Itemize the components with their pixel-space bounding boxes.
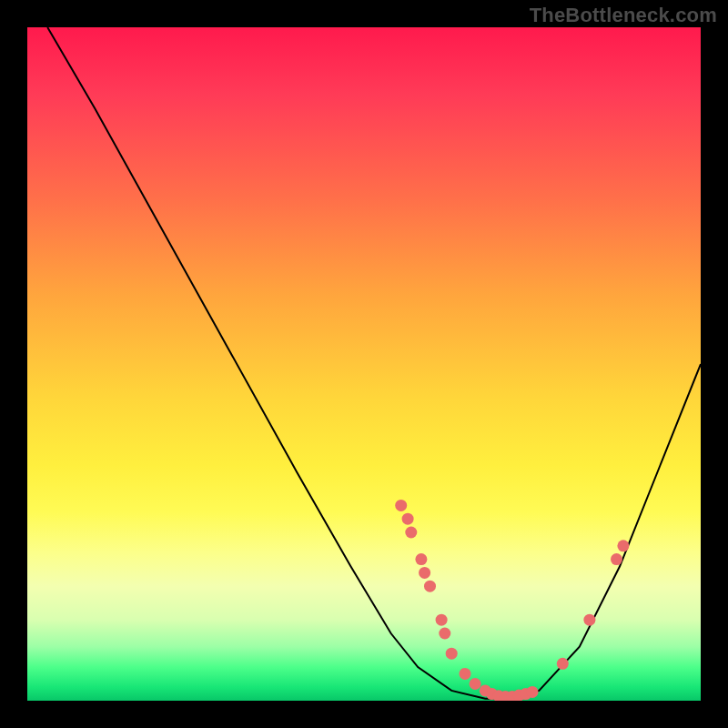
highlight-dot	[446, 648, 458, 660]
highlight-dot	[405, 527, 417, 539]
highlight-dot	[557, 658, 569, 670]
highlight-dot	[419, 567, 430, 579]
bottleneck-curve	[47, 27, 701, 699]
chart-frame: TheBottleneck.com	[0, 0, 728, 728]
highlight-dot	[436, 614, 448, 626]
highlight-dot	[611, 553, 622, 565]
highlight-dot	[527, 686, 539, 698]
highlight-dots	[395, 500, 629, 701]
highlight-dot	[470, 678, 481, 690]
highlight-dot	[460, 668, 471, 680]
watermark-text: TheBottleneck.com	[530, 4, 717, 27]
highlight-dot	[415, 553, 427, 565]
highlight-dot	[395, 500, 407, 511]
highlight-dot	[402, 513, 414, 525]
highlight-dot	[583, 614, 595, 626]
highlight-dot	[424, 581, 436, 592]
highlight-dot	[617, 540, 629, 551]
chart-svg	[27, 27, 701, 701]
highlight-dot	[439, 628, 450, 640]
plot-area	[27, 27, 701, 701]
